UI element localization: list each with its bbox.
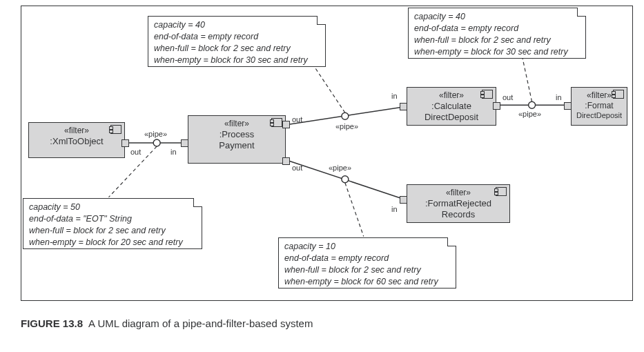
note-line: end-of-data = empty record xyxy=(284,253,450,264)
filter-name: :FormatRejected xyxy=(407,198,509,208)
filter-name-2: Payment xyxy=(188,140,285,150)
pipe-label: «pipe» xyxy=(329,164,351,172)
note-top-left: capacity = 40 end-of-data = empty record… xyxy=(148,16,326,67)
port-xml-out xyxy=(121,139,129,147)
note-line: when-full = block for 2 sec and retry xyxy=(284,264,450,276)
svg-line-10 xyxy=(523,57,532,102)
page-root: «filter» :XmlToObject out «filter» :Proc… xyxy=(0,0,644,352)
port-label: in xyxy=(391,92,398,100)
note-line: end-of-data = "EOT" String xyxy=(29,213,196,225)
filter-name: :XmlToObject xyxy=(29,136,124,146)
svg-line-9 xyxy=(313,66,345,113)
note-line: end-of-data = empty record xyxy=(414,23,580,35)
port-label: in xyxy=(391,205,398,213)
filter-xml-to-object: «filter» :XmlToObject xyxy=(28,122,125,158)
note-line: when-full = block for 2 sec and retry xyxy=(414,35,580,46)
note-line: end-of-data = empty record xyxy=(154,31,320,43)
port-label: in xyxy=(170,148,177,156)
figure-caption: FIGURE 13.8A UML diagram of a pipe-and-f… xyxy=(21,317,313,329)
note-fold-icon xyxy=(577,8,586,17)
component-icon xyxy=(110,125,121,134)
port-process-in xyxy=(181,139,188,147)
note-bottom-left: capacity = 50 end-of-data = "EOT" String… xyxy=(23,198,202,249)
port-label: out xyxy=(502,93,513,101)
component-icon xyxy=(613,90,624,99)
filter-name-2: DirectDeposit xyxy=(407,112,496,122)
filter-format-rejected-records: «filter» :FormatRejected Records xyxy=(407,184,510,223)
port-label: out xyxy=(292,115,302,124)
svg-point-7 xyxy=(529,101,536,108)
note-line: capacity = 10 xyxy=(284,241,450,253)
filter-name-2: DirectDeposit xyxy=(572,111,627,119)
filter-name-2: Records xyxy=(407,209,509,219)
svg-point-1 xyxy=(153,139,160,146)
note-line: when-empty = block for 30 sec and retry xyxy=(414,46,580,58)
port-format-in xyxy=(564,102,572,110)
note-line: when-empty = block for 30 sec and retry xyxy=(154,55,320,66)
note-line: capacity = 40 xyxy=(154,19,320,31)
filter-name: :Format xyxy=(572,101,627,110)
note-line: when-empty = block for 60 sec and retry xyxy=(284,276,450,288)
figure-text: A UML diagram of a pipe-and-filter-based… xyxy=(88,317,313,329)
port-label: out xyxy=(292,164,302,172)
port-calc-out xyxy=(493,102,500,110)
port-reject-in xyxy=(400,196,407,204)
note-top-right: capacity = 40 end-of-data = empty record… xyxy=(408,8,586,59)
component-icon xyxy=(482,90,493,99)
port-process-out-bottom xyxy=(282,157,290,165)
note-line: capacity = 50 xyxy=(29,202,196,213)
port-calc-in xyxy=(400,103,407,110)
filter-process-payment: «filter» :Process Payment xyxy=(188,115,286,164)
diagram-frame: «filter» :XmlToObject out «filter» :Proc… xyxy=(21,6,633,301)
note-fold-icon xyxy=(447,237,456,246)
filter-name: :Process xyxy=(188,129,285,139)
note-line: when-empty = block for 20 sec and retry xyxy=(29,237,196,248)
pipe-label: «pipe» xyxy=(518,110,541,118)
note-line: capacity = 40 xyxy=(414,11,580,23)
port-label: out xyxy=(130,148,141,156)
pipe-label: «pipe» xyxy=(144,130,167,138)
component-icon xyxy=(271,118,282,127)
note-bottom-mid: capacity = 10 end-of-data = empty record… xyxy=(278,237,456,289)
note-fold-icon xyxy=(317,16,326,25)
note-line: when-full = block for 2 sec and retry xyxy=(29,225,196,237)
port-label: in xyxy=(556,93,562,101)
pipe-label: «pipe» xyxy=(335,122,358,130)
filter-format-direct-deposit: «filter» :Format DirectDeposit xyxy=(571,87,627,126)
note-fold-icon xyxy=(193,198,202,207)
filter-name: :Calculate xyxy=(407,101,496,111)
svg-line-11 xyxy=(345,183,364,237)
filter-calculate-direct-deposit: «filter» :Calculate DirectDeposit xyxy=(407,87,496,126)
port-process-out-top xyxy=(282,121,290,128)
component-icon xyxy=(496,187,507,196)
svg-point-3 xyxy=(342,113,349,119)
note-line: when-full = block for 2 sec and retry xyxy=(154,43,320,55)
figure-label: FIGURE 13.8 xyxy=(21,317,83,329)
svg-point-5 xyxy=(342,176,349,183)
